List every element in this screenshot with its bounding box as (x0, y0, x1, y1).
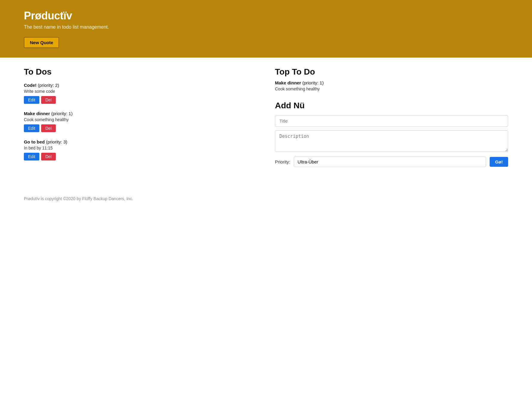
todo-description: Write some code (24, 89, 257, 94)
description-input[interactable] (275, 130, 508, 152)
todo-title-text: Make dinner (24, 111, 50, 116)
todo-item-title: Code! (priority: 2) (24, 83, 257, 88)
priority-label: Priority: (275, 159, 290, 164)
add-new-heading: Add Nü (275, 101, 508, 110)
priority-row: Priority: Gø! (275, 157, 508, 167)
top-todo-title-text: Make dinner (275, 80, 301, 85)
todo-item: Go to bed (priority: 3) In bed by 11:15 … (24, 139, 257, 160)
add-new-section: Add Nü Priority: Gø! (275, 101, 508, 167)
delete-button[interactable]: Del (41, 124, 56, 132)
footer-text: Prødutïv is copyright ©2020 by Flüffy Ba… (24, 196, 133, 201)
todo-actions: Edit Del (24, 153, 257, 160)
todo-item-title: Go to bed (priority: 3) (24, 139, 257, 144)
todo-title-text: Go to bed (24, 139, 45, 144)
edit-button[interactable]: Edit (24, 153, 39, 160)
footer: Prødutïv is copyright ©2020 by Flüffy Ba… (0, 189, 532, 208)
top-todo-priority: (priority: 1) (302, 80, 324, 85)
todo-title-text: Code! (24, 83, 37, 88)
todo-priority: (priority: 3) (46, 139, 67, 144)
delete-button[interactable]: Del (41, 96, 56, 104)
edit-button[interactable]: Edit (24, 96, 39, 104)
new-quote-button[interactable]: New Quote (24, 37, 59, 48)
top-todo-heading: Top To Do (275, 67, 508, 77)
header: Prøductïv The best name in todo list man… (0, 0, 532, 58)
go-button[interactable]: Gø! (490, 157, 508, 167)
title-input[interactable] (275, 115, 508, 127)
main-content: To Dos Code! (priority: 2) Write some co… (0, 58, 532, 177)
top-todo-description: Cook something healthy (275, 87, 508, 91)
todo-item: Code! (priority: 2) Write some code Edit… (24, 83, 257, 104)
top-todo-title: Make dinner (priority: 1) (275, 80, 508, 85)
todo-item-title: Make dinner (priority: 1) (24, 111, 257, 116)
todo-priority: (priority: 2) (38, 83, 59, 88)
todo-actions: Edit Del (24, 124, 257, 132)
priority-input[interactable] (294, 157, 486, 167)
todo-priority: (priority: 1) (51, 111, 73, 116)
edit-button[interactable]: Edit (24, 124, 39, 132)
todo-actions: Edit Del (24, 96, 257, 104)
delete-button[interactable]: Del (41, 153, 56, 160)
todos-section: To Dos Code! (priority: 2) Write some co… (24, 67, 269, 168)
todos-heading: To Dos (24, 67, 257, 77)
right-section: Top To Do Make dinner (priority: 1) Cook… (269, 67, 508, 168)
app-subtitle: The best name in todo list management. (24, 24, 508, 30)
todo-description: In bed by 11:15 (24, 146, 257, 150)
todo-description: Cook something healthy (24, 117, 257, 122)
top-todo-section: Top To Do Make dinner (priority: 1) Cook… (275, 67, 508, 91)
todo-item: Make dinner (priority: 1) Cook something… (24, 111, 257, 132)
app-title: Prøductïv (24, 10, 508, 22)
